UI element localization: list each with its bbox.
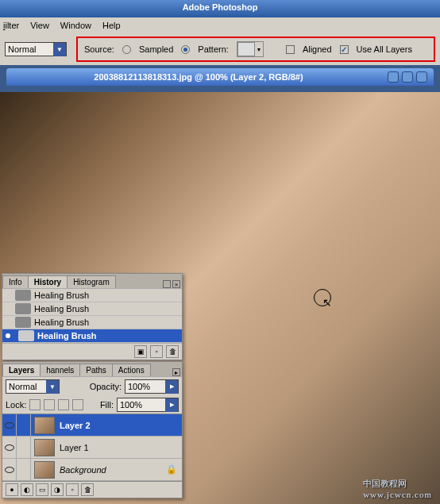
opacity-label: Opacity: (90, 382, 122, 391)
app-titlebar: Adobe Photoshop (0, 0, 440, 17)
menubar: iilter View Window Help (0, 17, 440, 33)
aligned-label: Aligned (303, 44, 332, 54)
menu-help[interactable]: Help (102, 21, 121, 30)
layer-blend-dropdown[interactable]: ▼ (6, 379, 60, 394)
tab-histogram[interactable]: Histogram (67, 275, 116, 288)
source-options-highlight: Source: Sampled Pattern: ▼ Aligned ✓ Use… (76, 37, 435, 62)
layers-tabs: Layers hannels Paths Actions ▸ (2, 362, 182, 376)
dropdown-arrow-icon[interactable]: ▼ (53, 43, 66, 56)
menu-view[interactable]: View (30, 21, 49, 30)
delete-layer-icon[interactable]: 🗑 (81, 483, 94, 496)
lock-label: Lock: (6, 400, 26, 410)
lock-icon: 🔒 (166, 464, 177, 475)
history-tabs: Info History Histogram × (2, 274, 182, 288)
tab-info[interactable]: Info (2, 275, 29, 288)
layer-thumbnail[interactable] (34, 417, 55, 434)
layer-thumbnail[interactable] (34, 461, 55, 479)
tab-history[interactable]: History (28, 275, 68, 288)
visibility-toggle-icon[interactable] (2, 414, 17, 437)
fill-label: Fill: (100, 400, 114, 410)
fill-field[interactable]: ▶ (117, 398, 179, 412)
layer-mask-icon[interactable]: ◐ (21, 483, 33, 496)
new-document-icon[interactable]: ▫ (150, 345, 163, 358)
pattern-radio[interactable] (181, 45, 190, 54)
maximize-button[interactable] (402, 71, 413, 83)
dropdown-arrow-icon[interactable]: ▼ (46, 380, 59, 394)
layer-name[interactable]: Layer 1 (58, 443, 89, 452)
link-toggle[interactable] (17, 414, 31, 437)
pattern-dropdown-icon[interactable]: ▼ (255, 42, 263, 56)
close-button[interactable] (416, 71, 427, 83)
panel-close-icon[interactable]: × (172, 280, 180, 288)
layer-name[interactable]: Background (58, 465, 106, 475)
lock-transparency-icon[interactable] (29, 399, 41, 410)
layer-lock-row: Lock: Fill: ▶ (2, 396, 182, 414)
healing-brush-icon (15, 290, 31, 301)
blend-mode-field[interactable] (6, 44, 53, 54)
visibility-toggle-icon[interactable] (2, 437, 17, 459)
lock-position-icon[interactable] (58, 399, 69, 410)
history-item[interactable]: Healing Brush (2, 302, 182, 316)
adjustment-layer-icon[interactable]: ◑ (51, 483, 64, 496)
healing-brush-icon (18, 330, 34, 341)
history-marker-icon (6, 333, 10, 338)
layer-row[interactable]: Layer 1 (2, 437, 182, 459)
app-title: Adobe Photoshop (183, 2, 258, 12)
history-item[interactable]: Healing Brush (2, 289, 182, 302)
pattern-label: Pattern: (198, 44, 229, 54)
document-titlebar: 20038812113818313.jpg @ 100% (Layer 2, R… (6, 68, 434, 86)
tab-layers[interactable]: Layers (2, 364, 41, 376)
pattern-picker[interactable]: ▼ (237, 41, 264, 57)
menu-filter[interactable]: iilter (3, 21, 19, 30)
tab-actions[interactable]: Actions (112, 364, 151, 376)
use-all-layers-checkbox[interactable]: ✓ (340, 45, 349, 54)
healing-brush-icon (15, 317, 31, 328)
watermark: 中国教程网 www.jcwcn.com (363, 478, 432, 499)
use-all-layers-label: Use All Layers (357, 44, 412, 54)
blend-mode-dropdown[interactable]: ▼ (5, 42, 67, 56)
layers-panel: Layers hannels Paths Actions ▸ ▼ Opacity… (2, 361, 183, 498)
delete-icon[interactable]: 🗑 (166, 345, 179, 358)
slider-arrow-icon[interactable]: ▶ (165, 398, 178, 412)
layer-row[interactable]: Background 🔒 (2, 459, 182, 481)
healing-brush-icon (15, 303, 31, 314)
layers-list: Layer 2 Layer 1 Background 🔒 (2, 414, 182, 481)
history-item[interactable]: Healing Brush (2, 316, 182, 329)
options-bar: ▼ Source: Sampled Pattern: ▼ Aligned ✓ U… (0, 33, 440, 65)
brush-cursor-icon (314, 289, 331, 306)
source-label: Source: (84, 44, 114, 54)
new-snapshot-icon[interactable]: ▣ (134, 345, 147, 358)
pattern-swatch (237, 42, 255, 56)
history-item-selected[interactable]: Healing Brush (2, 329, 182, 343)
layer-options-row: ▼ Opacity: ▶ (2, 376, 182, 396)
tab-channels[interactable]: hannels (40, 364, 80, 376)
tab-paths[interactable]: Paths (79, 364, 113, 376)
sampled-radio[interactable] (122, 45, 131, 54)
panel-minimize-icon[interactable] (163, 280, 171, 288)
new-set-icon[interactable]: ▭ (36, 483, 48, 496)
visibility-toggle-icon[interactable] (2, 459, 17, 481)
history-panel: Info History Histogram × Healing Brush H… (2, 273, 183, 360)
history-list: Healing Brush Healing Brush Healing Brus… (2, 288, 182, 343)
slider-arrow-icon[interactable]: ▶ (165, 380, 178, 394)
aligned-checkbox[interactable] (286, 45, 295, 54)
link-toggle[interactable] (17, 459, 31, 481)
lock-all-icon[interactable] (72, 399, 83, 410)
new-layer-icon[interactable]: ▫ (66, 483, 79, 496)
opacity-field[interactable]: ▶ (125, 379, 179, 394)
minimize-button[interactable] (388, 71, 399, 83)
layer-thumbnail[interactable] (34, 439, 55, 456)
layer-row-selected[interactable]: Layer 2 (2, 414, 182, 437)
lock-pixels-icon[interactable] (44, 399, 55, 410)
sampled-label: Sampled (139, 44, 173, 54)
link-toggle[interactable] (17, 437, 31, 459)
menu-window[interactable]: Window (60, 21, 91, 30)
layer-style-icon[interactable]: ● (6, 483, 18, 496)
history-footer: ▣ ▫ 🗑 (2, 343, 182, 360)
layer-name[interactable]: Layer 2 (58, 421, 91, 430)
panel-menu-icon[interactable]: ▸ (172, 368, 180, 376)
document-title: 20038812113818313.jpg @ 100% (Layer 2, R… (13, 72, 384, 82)
layers-footer: ● ◐ ▭ ◑ ▫ 🗑 (2, 481, 182, 498)
